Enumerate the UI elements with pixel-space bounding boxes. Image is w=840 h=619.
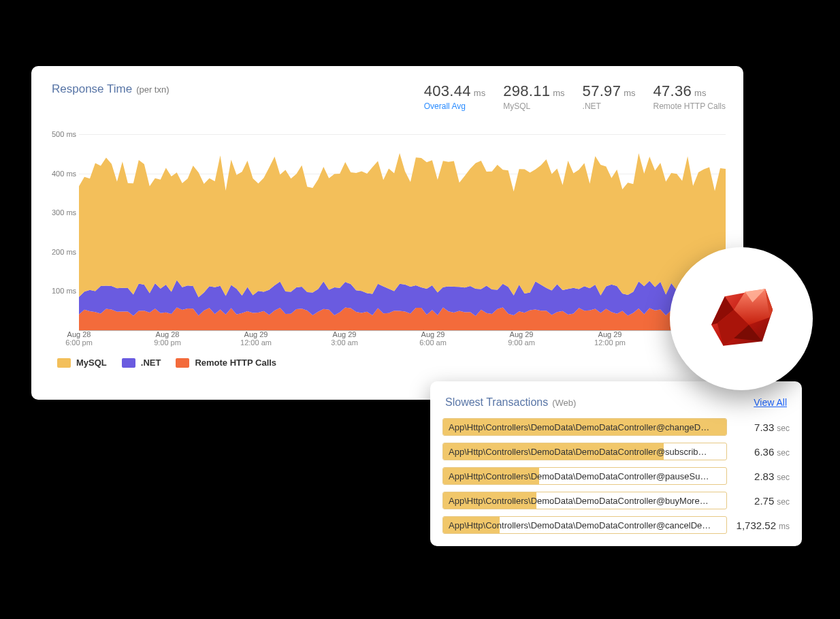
- x-tick-date: Aug 28: [52, 330, 106, 338]
- transaction-value: 6.36sec: [732, 446, 790, 458]
- transactions-header: Slowest Transactions (Web) View All: [445, 396, 787, 409]
- x-tick: Aug 286:00 pm: [52, 330, 106, 352]
- legend-item[interactable]: MySQL: [57, 358, 107, 368]
- summary-unit: ms: [474, 88, 485, 98]
- transaction-label: App\Http\Controllers\DemoData\DemoDataCo…: [443, 471, 726, 481]
- summary-value: 298.11: [503, 82, 550, 100]
- chart-title: Response Time: [52, 82, 132, 96]
- y-tick-label: 200 ms: [52, 248, 76, 256]
- x-tick-date: Aug 29: [317, 330, 372, 338]
- summary-value: 57.97: [583, 82, 621, 100]
- summary-value: 403.44: [424, 82, 471, 100]
- x-tick: Aug 2912:00 am: [229, 330, 283, 352]
- x-tick: Aug 296:00 am: [406, 330, 460, 352]
- transaction-number: 7.33: [754, 422, 774, 433]
- chart-legend: MySQL.NETRemote HTTP Calls: [57, 358, 726, 368]
- y-tick-label: 300 ms: [52, 208, 76, 217]
- area-mysql: [79, 153, 726, 298]
- transactions-list: App\Http\Controllers\DemoData\DemoDataCo…: [442, 418, 790, 534]
- legend-label: Remote HTTP Calls: [195, 358, 276, 368]
- transaction-value: 7.33sec: [732, 422, 790, 433]
- summary-label: MySQL: [503, 101, 564, 111]
- transaction-bar: App\Http\Controllers\DemoData\DemoDataCo…: [442, 492, 727, 509]
- legend-label: MySQL: [76, 358, 107, 368]
- summary-metric: 47.36msRemote HTTP Calls: [653, 82, 726, 111]
- y-tick-label: 400 ms: [52, 170, 76, 178]
- x-tick-date: Aug 29: [406, 330, 460, 338]
- transaction-label: App\Http\Controllers\DemoData\DemoDataCo…: [443, 447, 726, 457]
- chart-subtitle: (per txn): [136, 84, 169, 95]
- summary-label: .NET: [583, 101, 636, 111]
- transaction-bar: App\Http\Controllers\DemoData\DemoDataCo…: [442, 467, 727, 485]
- transaction-value: 1,732.52ms: [732, 520, 790, 531]
- legend-item[interactable]: .NET: [122, 358, 161, 368]
- summary-metric: 403.44msOverall Avg: [424, 82, 485, 111]
- y-tick-label: 500 ms: [52, 130, 76, 138]
- transaction-row[interactable]: App\Http\Controllers\DemoData\DemoDataCo…: [442, 443, 790, 460]
- transaction-value: 2.83sec: [732, 471, 790, 482]
- transaction-row[interactable]: App\Http\Controllers\DemoData\DemoDataCo…: [442, 492, 790, 509]
- legend-swatch: [122, 358, 135, 368]
- transaction-number: 2.75: [754, 495, 774, 507]
- summary-metric: 57.97ms.NET: [583, 82, 636, 111]
- legend-swatch: [176, 358, 189, 368]
- chart-title-wrap: Response Time (per txn): [52, 82, 169, 96]
- transaction-row[interactable]: App\Http\Controllers\DemoData\DemoDataCo…: [442, 467, 790, 485]
- response-time-card: Response Time (per txn) 403.44msOverall …: [31, 66, 743, 400]
- summary-label: Overall Avg: [424, 101, 485, 111]
- x-tick-time: 6:00 pm: [52, 338, 106, 347]
- summary-unit: ms: [553, 88, 564, 98]
- transactions-scope: (Web): [552, 398, 576, 408]
- x-tick-time: 3:00 am: [317, 338, 372, 347]
- x-tick-date: Aug 29: [494, 330, 549, 338]
- stacked-area-chart: [79, 134, 726, 330]
- legend-item[interactable]: Remote HTTP Calls: [176, 358, 276, 368]
- transaction-row[interactable]: App\Http\Controllers\DemoData\DemoDataCo…: [442, 418, 790, 436]
- transaction-number: 2.83: [754, 471, 774, 482]
- summary-metrics: 403.44msOverall Avg298.11msMySQL57.97ms.…: [424, 82, 726, 111]
- y-tick-label: 100 ms: [52, 287, 76, 295]
- x-tick-date: Aug 29: [229, 330, 283, 338]
- x-tick: Aug 293:00 am: [317, 330, 372, 352]
- x-tick-time: 9:00 am: [494, 338, 549, 347]
- transaction-unit: sec: [777, 497, 790, 507]
- x-tick-time: 12:00 am: [229, 338, 283, 347]
- x-tick-date: Aug 29: [583, 330, 637, 338]
- legend-swatch: [57, 358, 71, 368]
- transaction-unit: sec: [777, 473, 790, 482]
- ruby-icon: [704, 280, 779, 358]
- transaction-number: 6.36: [754, 446, 774, 458]
- transactions-title-wrap: Slowest Transactions (Web): [445, 396, 576, 409]
- transaction-unit: sec: [777, 448, 790, 458]
- transaction-unit: sec: [777, 424, 790, 433]
- transaction-row[interactable]: App\Http\Controllers\DemoData\DemoDataCo…: [442, 516, 790, 534]
- x-tick: Aug 289:00 pm: [140, 330, 195, 352]
- transaction-unit: ms: [779, 522, 790, 531]
- transaction-bar: App\Http\Controllers\DemoData\DemoDataCo…: [442, 418, 727, 436]
- summary-label: Remote HTTP Calls: [653, 101, 726, 111]
- view-all-link[interactable]: View All: [754, 397, 787, 408]
- x-tick: Aug 299:00 am: [494, 330, 549, 352]
- x-tick-time: 6:00 am: [406, 338, 460, 347]
- transaction-label: App\Http\Controllers\DemoData\DemoDataCo…: [443, 496, 726, 506]
- summary-value: 47.36: [653, 82, 692, 100]
- transaction-label: App\Http\Controllers\DemoData\DemoDataCo…: [443, 520, 726, 530]
- transaction-label: App\Http\Controllers\DemoData\DemoDataCo…: [443, 422, 726, 432]
- transaction-number: 1,732.52: [737, 520, 776, 531]
- x-tick-date: Aug 28: [140, 330, 195, 338]
- x-axis: Aug 286:00 pmAug 289:00 pmAug 2912:00 am…: [79, 330, 726, 352]
- ruby-badge: [670, 247, 813, 390]
- summary-unit: ms: [624, 88, 635, 98]
- chart-header: Response Time (per txn) 403.44msOverall …: [52, 82, 726, 111]
- transactions-title: Slowest Transactions: [445, 396, 548, 409]
- legend-label: .NET: [141, 358, 161, 368]
- x-tick: Aug 2912:00 pm: [583, 330, 637, 352]
- transaction-value: 2.75sec: [732, 495, 790, 507]
- slowest-transactions-card: Slowest Transactions (Web) View All App\…: [430, 381, 802, 546]
- transaction-bar: App\Http\Controllers\DemoData\DemoDataCo…: [442, 443, 727, 460]
- summary-unit: ms: [694, 88, 706, 98]
- x-tick-time: 12:00 pm: [583, 338, 637, 347]
- transaction-bar: App\Http\Controllers\DemoData\DemoDataCo…: [442, 516, 727, 534]
- summary-metric: 298.11msMySQL: [503, 82, 564, 111]
- x-tick-time: 9:00 pm: [140, 338, 195, 347]
